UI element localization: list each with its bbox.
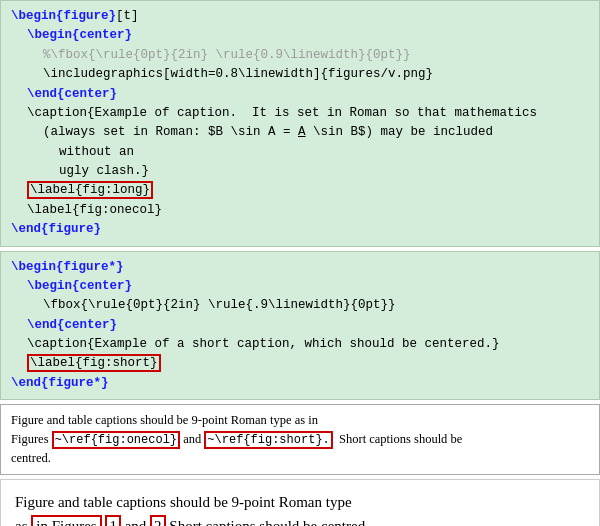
code-line: \end{figure*}: [11, 374, 589, 393]
text-paragraph-block: Figure and table captions should be 9-po…: [0, 404, 600, 475]
code-line-label-long: \label{fig:long}: [11, 181, 589, 200]
rendered-text-before: Figure and table captions should be 9-po…: [15, 494, 352, 510]
code-line: ugly clash.}: [11, 162, 589, 181]
text-paragraph: Figure and table captions should be 9-po…: [11, 413, 462, 465]
and-text: and: [183, 432, 201, 446]
code-line: \fbox{\rule{0pt}{2in} \rule{.9\linewidth…: [11, 296, 589, 315]
rendered-text-line2: as in Figures 1 and 2: [15, 518, 166, 526]
code-line: \end{center}: [11, 316, 589, 335]
code-line: \caption{Example of a short caption, whi…: [11, 335, 589, 354]
rendered-fig-num-2: 2: [150, 515, 166, 526]
code-line: \begin{figure}[t]: [11, 7, 589, 26]
rendered-text-after: Short captions should be centred.: [169, 518, 369, 526]
rendered-in-figures: in Figures: [31, 515, 101, 526]
code-line: \end{center}: [11, 85, 589, 104]
code-line: \begin{center}: [11, 277, 589, 296]
code-line: (always set in Roman: $B \sin A = A \sin…: [11, 123, 589, 142]
code-block-1: \begin{figure}[t] \begin{center} %\fbox{…: [0, 0, 600, 247]
code-block-2: \begin{figure*} \begin{center} \fbox{\ru…: [0, 251, 600, 401]
code-line: without an: [11, 143, 589, 162]
rendered-output-block: Figure and table captions should be 9-po…: [0, 479, 600, 526]
code-line-label-short: \label{fig:short}: [11, 354, 589, 373]
ref-onecol: ~\ref{fig:onecol}: [52, 431, 180, 449]
code-line: \begin{center}: [11, 26, 589, 45]
code-line: \end{figure}: [11, 220, 589, 239]
rendered-fig-num-1: 1: [105, 515, 121, 526]
rendered-and: and: [125, 518, 147, 526]
code-line: \begin{figure*}: [11, 258, 589, 277]
ref-short: ~\ref{fig:short}.: [204, 431, 332, 449]
code-line: \includegraphics[width=0.8\linewidth]{fi…: [11, 65, 589, 84]
code-line: \label{fig:onecol}: [11, 201, 589, 220]
code-line: %\fbox{\rule{0pt}{2in} \rule{0.9\linewid…: [11, 46, 589, 65]
code-line: \caption{Example of caption. It is set i…: [11, 104, 589, 123]
